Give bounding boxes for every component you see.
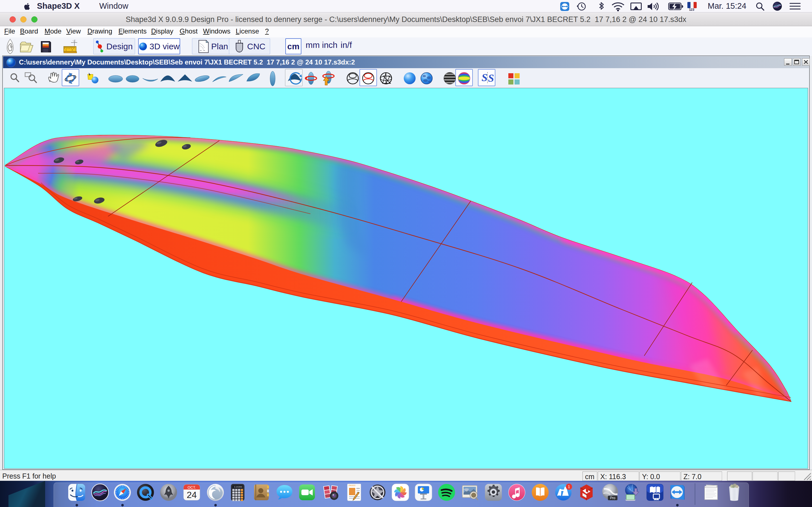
svg-text:S: S xyxy=(481,71,488,83)
svg-text:24: 24 xyxy=(187,490,197,500)
svg-text:PAGES: PAGES xyxy=(349,485,356,487)
svg-text:1: 1 xyxy=(568,485,570,489)
svg-text:OCT.: OCT. xyxy=(188,485,196,490)
svg-text:3.141593: 3.141593 xyxy=(234,486,242,488)
svg-text:0: 0 xyxy=(71,49,73,51)
svg-text:Pro: Pro xyxy=(610,496,615,500)
svg-text:1: 1 xyxy=(65,49,67,51)
svg-text:S: S xyxy=(488,72,494,84)
